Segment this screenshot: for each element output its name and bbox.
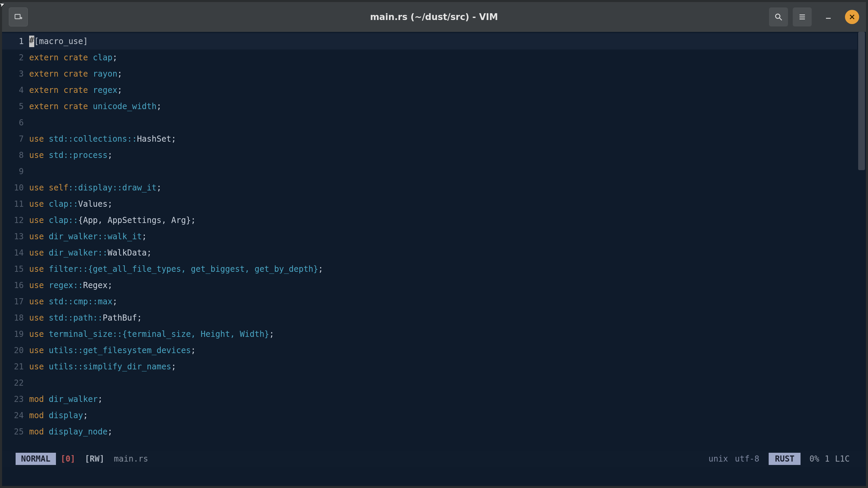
filename-label: main.rs <box>109 454 153 464</box>
token-ident: dir_walker <box>49 232 98 241</box>
token-ident: collections <box>73 134 127 144</box>
token-punct: :: <box>63 297 73 306</box>
token-ident: display <box>49 411 83 420</box>
code-line[interactable]: 7use std::collections::HashSet; <box>2 131 866 147</box>
code-line[interactable]: 21use utils::simplify_dir_names; <box>2 359 866 375</box>
token-kw: use <box>29 232 49 241</box>
percent-label: 0% <box>807 454 822 464</box>
svg-rect-0 <box>15 14 20 19</box>
token-white: ; <box>113 53 117 62</box>
code-line[interactable]: 4extern crate regex; <box>2 82 866 98</box>
code-line[interactable]: 8use std::process; <box>2 147 866 163</box>
new-tab-button[interactable] <box>9 7 28 26</box>
mode-indicator: NORMAL <box>16 453 56 465</box>
token-kw: mod <box>29 394 49 404</box>
code-content: use std::cmp::max; <box>29 297 117 306</box>
code-content: use filter::{get_all_file_types, get_big… <box>29 264 323 274</box>
token-ident: regex <box>93 85 117 95</box>
code-line[interactable]: 19use terminal_size::{terminal_size, Hei… <box>2 326 866 342</box>
token-white: Values <box>78 199 108 209</box>
token-punct: :: <box>93 313 103 323</box>
token-kw: extern crate <box>29 102 93 111</box>
code-line[interactable]: 11use clap::Values; <box>2 196 866 212</box>
svg-point-3 <box>775 14 780 18</box>
line-number: 10 <box>2 183 29 192</box>
line-number: 25 <box>2 427 29 436</box>
code-line[interactable]: 14use dir_walker::WalkData; <box>2 245 866 261</box>
line-number: 9 <box>2 167 29 176</box>
token-punct: :: <box>63 313 73 323</box>
code-line[interactable]: 12use clap::{App, AppSettings, Arg}; <box>2 212 866 228</box>
vertical-scrollbar[interactable] <box>857 32 866 451</box>
token-kw: mod <box>29 411 49 420</box>
code-line[interactable]: 5extern crate unicode_width; <box>2 98 866 115</box>
code-line[interactable]: 9 <box>2 163 866 180</box>
line-number: 2 <box>2 53 29 62</box>
token-white: PathBuf <box>103 313 137 323</box>
token-ident: path <box>73 313 93 323</box>
code-content: mod display_node; <box>29 427 113 436</box>
token-white: ; <box>117 69 122 79</box>
line-number: 24 <box>2 411 29 420</box>
token-ident: dir_walker <box>49 248 98 258</box>
token-ident: std <box>49 150 63 160</box>
code-content: use clap::Values; <box>29 199 113 209</box>
token-kw: use <box>29 134 49 144</box>
token-white: ; <box>269 329 274 339</box>
token-white: ; <box>318 264 323 274</box>
line-number: 18 <box>2 313 29 323</box>
line-number: 11 <box>2 199 29 209</box>
token-ident: display_node <box>49 427 107 436</box>
filetype-badge: RUST <box>769 453 801 465</box>
line-number: 3 <box>2 69 29 79</box>
column-label: L1C <box>832 454 852 464</box>
code-line[interactable]: 25mod display_node; <box>2 424 866 440</box>
code-line[interactable]: 1#[macro_use] <box>2 33 866 49</box>
token-white: ; <box>107 150 112 160</box>
command-line-area[interactable] <box>2 467 866 486</box>
token-punct: :: <box>68 183 78 192</box>
token-punct: :: <box>88 297 98 306</box>
code-line[interactable]: 22 <box>2 375 866 391</box>
token-punct: :: <box>68 216 78 225</box>
code-line[interactable]: 16use regex::Regex; <box>2 277 866 293</box>
search-button[interactable] <box>769 7 788 26</box>
token-ident: utils <box>49 346 73 355</box>
vim-statusline: NORMAL [0] [RW] main.rs unix utf-8 RUST … <box>2 451 866 467</box>
code-content: extern crate clap; <box>29 53 117 62</box>
token-kw: use <box>29 329 49 339</box>
code-content: use dir_walker::WalkData; <box>29 248 152 258</box>
code-line[interactable]: 6 <box>2 115 866 131</box>
token-ident: {terminal_size, Height, Width} <box>122 329 269 339</box>
code-line[interactable]: 24mod display; <box>2 407 866 424</box>
editor-viewport[interactable]: 1#[macro_use]2extern crate clap;3extern … <box>2 32 866 451</box>
token-white: ; <box>107 427 112 436</box>
code-line[interactable]: 17use std::cmp::max; <box>2 293 866 310</box>
token-ident: process <box>73 150 107 160</box>
token-punct: :: <box>113 183 122 192</box>
scrollbar-thumb[interactable] <box>858 32 865 170</box>
line-number: 12 <box>2 216 29 225</box>
menu-button[interactable] <box>793 7 812 26</box>
token-kw: use <box>29 362 49 371</box>
code-line[interactable]: 3extern crate rayon; <box>2 66 866 82</box>
code-line[interactable]: 15use filter::{get_all_file_types, get_b… <box>2 261 866 277</box>
token-ident: cmp <box>73 297 88 306</box>
line-number: 19 <box>2 329 29 339</box>
code-line[interactable]: 13use dir_walker::walk_it; <box>2 228 866 245</box>
code-line[interactable]: 23mod dir_walker; <box>2 391 866 407</box>
token-ident: rayon <box>93 69 117 79</box>
token-kw: use <box>29 216 49 225</box>
token-ident: regex <box>49 281 73 290</box>
code-line[interactable]: 20use utils::get_filesystem_devices; <box>2 342 866 359</box>
line-label: 1 <box>822 454 832 464</box>
code-line[interactable]: 18use std::path::PathBuf; <box>2 310 866 326</box>
code-line[interactable]: 2extern crate clap; <box>2 49 866 66</box>
line-number: 14 <box>2 248 29 258</box>
close-button[interactable] <box>845 10 859 24</box>
code-line[interactable]: 10use self::display::draw_it; <box>2 180 866 196</box>
token-punct: :: <box>113 329 122 339</box>
token-white: ; <box>113 297 117 306</box>
code-content: use terminal_size::{terminal_size, Heigh… <box>29 329 274 339</box>
minimize-button[interactable] <box>821 10 835 24</box>
